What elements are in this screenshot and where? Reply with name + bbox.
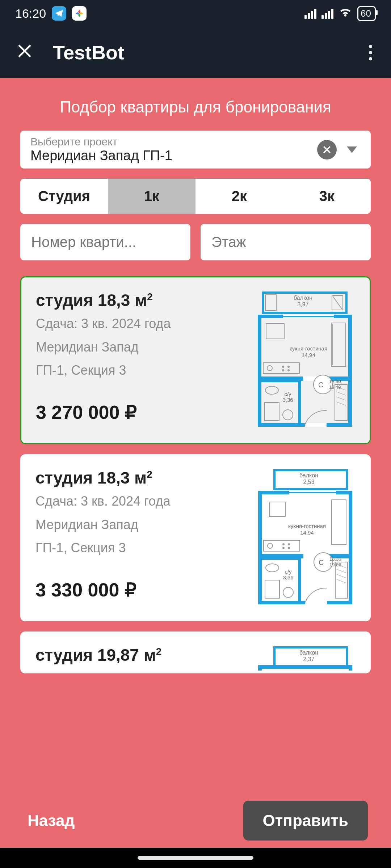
- svg-line-66: [337, 569, 346, 573]
- svg-line-33: [336, 397, 346, 400]
- svg-line-34: [336, 402, 346, 405]
- svg-text:с/у: с/у: [284, 391, 291, 397]
- svg-point-47: [268, 543, 273, 548]
- svg-rect-39: [260, 493, 350, 603]
- status-time: 16:20: [15, 7, 46, 21]
- signal-icon-2: [321, 8, 333, 19]
- svg-rect-30: [335, 384, 347, 421]
- card-section: ГП-1, Секция 3: [36, 361, 239, 380]
- svg-point-48: [282, 543, 285, 545]
- svg-point-17: [287, 369, 290, 371]
- svg-point-49: [288, 543, 290, 545]
- svg-rect-1: [265, 295, 276, 311]
- svg-rect-73: [260, 667, 350, 671]
- svg-point-57: [266, 564, 279, 572]
- svg-line-68: [337, 579, 346, 583]
- project-select[interactable]: Выберите проект Меридиан Запад ГП-1: [20, 131, 371, 169]
- status-bar: 16:20 60: [0, 0, 391, 27]
- tab-3k[interactable]: 3к: [283, 179, 371, 214]
- svg-text:3,97: 3,97: [297, 301, 308, 307]
- gesture-bar: [0, 848, 391, 868]
- result-list: студия 18,3 м2 Сдача: 3 кв. 2024 года Ме…: [20, 276, 371, 793]
- more-icon[interactable]: [366, 42, 375, 63]
- svg-rect-64: [335, 562, 348, 598]
- svg-text:14,94: 14,94: [302, 352, 315, 358]
- battery-percent: 60: [361, 8, 371, 19]
- apartment-number-input[interactable]: Номер кварти...: [20, 224, 190, 260]
- send-button[interactable]: Отправить: [243, 801, 368, 841]
- svg-text:14,94: 14,94: [300, 529, 314, 536]
- project-select-label: Выберите проект: [30, 136, 311, 148]
- svg-rect-8: [331, 323, 346, 366]
- project-select-value: Меридиан Запад ГП-1: [30, 148, 311, 163]
- svg-rect-46: [264, 540, 300, 551]
- svg-point-15: [287, 366, 290, 368]
- card-title: студия 18,3 м2: [35, 468, 239, 488]
- floor-input[interactable]: Этаж: [201, 224, 371, 260]
- clear-project-icon[interactable]: [317, 140, 337, 159]
- svg-point-13: [267, 366, 272, 371]
- apartment-card[interactable]: студия 19,87 м2 балкон 2,37: [20, 631, 371, 673]
- chevron-down-icon[interactable]: [347, 146, 357, 153]
- svg-text:С: С: [318, 381, 323, 389]
- svg-text:балкон: балкон: [299, 472, 318, 478]
- svg-text:балкон: балкон: [299, 650, 318, 656]
- back-button[interactable]: Назад: [28, 812, 75, 830]
- floorplan-icon: балкон 2,53 кухня-гостиная 14,94: [249, 468, 358, 605]
- svg-text:с/у: с/у: [285, 569, 292, 575]
- svg-point-51: [288, 547, 290, 549]
- svg-point-14: [282, 366, 284, 368]
- main-content: Подбор квартиры для бронирования Выберит…: [0, 78, 391, 793]
- svg-point-23: [265, 386, 278, 394]
- svg-text:кухня-гостиная: кухня-гостиная: [288, 523, 326, 529]
- svg-rect-69: [305, 601, 327, 604]
- floorplan-icon: балкон 3,97 кухня-гостиная 14,94: [249, 290, 357, 428]
- svg-text:балкон: балкон: [294, 295, 312, 301]
- svg-rect-35: [305, 423, 327, 427]
- svg-text:18,30: 18,30: [329, 379, 341, 384]
- app-title: TestBot: [53, 41, 346, 64]
- apartment-card[interactable]: студия 18,3 м2 Сдача: 3 кв. 2024 года Ме…: [20, 276, 371, 444]
- svg-rect-12: [263, 363, 299, 374]
- card-project: Меридиан Запад: [36, 338, 239, 357]
- svg-text:3,36: 3,36: [282, 397, 293, 403]
- card-price: 3 330 000 ₽: [35, 579, 239, 601]
- svg-point-22: [283, 410, 293, 420]
- signal-icon: [304, 8, 316, 19]
- svg-point-50: [282, 547, 285, 549]
- svg-rect-7: [266, 324, 284, 339]
- svg-point-16: [282, 369, 284, 371]
- floorplan-icon: балкон 2,37: [249, 645, 358, 671]
- card-section: ГП-1, Секция 3: [35, 539, 239, 557]
- room-tabs: Студия 1к 2к 3к: [20, 179, 371, 214]
- card-title: студия 19,87 м2: [35, 645, 239, 665]
- svg-line-32: [336, 392, 346, 395]
- tab-1k[interactable]: 1к: [108, 179, 196, 214]
- card-delivery: Сдача: 3 кв. 2024 года: [35, 492, 239, 511]
- play-store-icon: [72, 6, 87, 21]
- app-bar: TestBot: [0, 27, 391, 78]
- tab-2k[interactable]: 2к: [196, 179, 283, 214]
- apartment-card[interactable]: студия 18,3 м2 Сдача: 3 кв. 2024 года Ме…: [20, 454, 371, 621]
- svg-rect-21: [265, 403, 279, 421]
- svg-text:18,30: 18,30: [329, 556, 341, 562]
- svg-text:3,36: 3,36: [283, 574, 293, 580]
- svg-point-56: [283, 587, 293, 597]
- card-title: студия 18,3 м2: [36, 290, 239, 310]
- svg-rect-4: [260, 316, 350, 425]
- svg-text:С: С: [319, 558, 324, 566]
- card-project: Меридиан Запад: [35, 515, 239, 534]
- nav-pill-icon: [138, 856, 253, 860]
- card-price: 3 270 000 ₽: [36, 401, 239, 423]
- page-title: Подбор квартиры для бронирования: [20, 98, 371, 116]
- telegram-icon: [52, 6, 66, 21]
- svg-rect-43: [332, 500, 346, 545]
- bottom-bar: Назад Отправить: [0, 793, 391, 848]
- tab-studio[interactable]: Студия: [20, 179, 108, 214]
- svg-text:2,53: 2,53: [303, 479, 314, 485]
- svg-line-67: [337, 574, 346, 578]
- battery-indicator: 60: [357, 6, 376, 21]
- svg-rect-42: [269, 502, 285, 516]
- svg-rect-55: [265, 580, 279, 598]
- close-icon[interactable]: [16, 42, 33, 63]
